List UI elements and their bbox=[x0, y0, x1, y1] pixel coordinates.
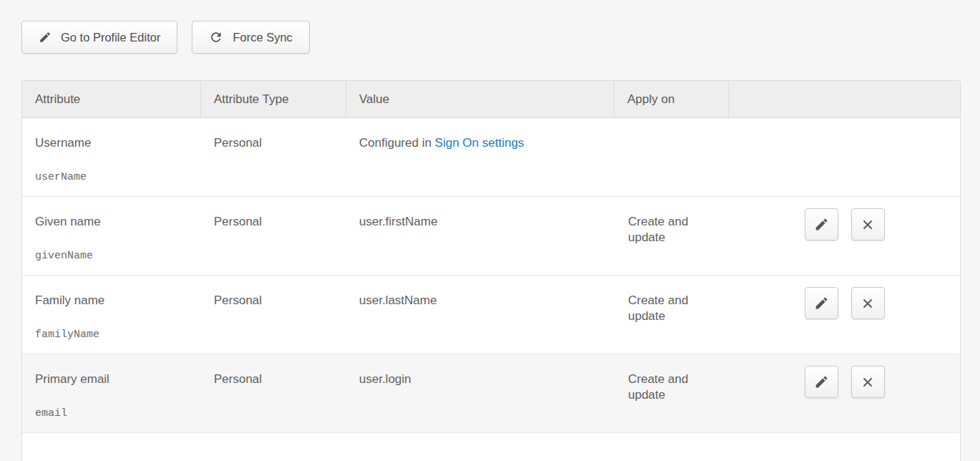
attribute-variable-name: email bbox=[35, 406, 194, 422]
remove-attribute-button[interactable] bbox=[851, 208, 885, 241]
page: Go to Profile Editor Force Sync Attribut… bbox=[0, 0, 980, 461]
edit-attribute-button[interactable] bbox=[805, 287, 838, 319]
attribute-label: Username bbox=[35, 135, 194, 151]
attribute-cell: Given name givenName bbox=[22, 197, 201, 275]
attribute-label: Primary email bbox=[35, 372, 194, 387]
apply-on-cell: Create and update bbox=[614, 197, 729, 275]
x-icon bbox=[861, 218, 875, 232]
value-cell: user.firstName bbox=[346, 197, 614, 275]
value-cell: Configured in Sign On settings bbox=[346, 118, 614, 196]
table-row: Primary email email Personal user.login … bbox=[22, 354, 960, 433]
table-row: Family name familyName Personal user.las… bbox=[22, 276, 960, 354]
attribute-mappings-table: Attribute Attribute Type Value Apply on … bbox=[21, 80, 961, 461]
attribute-variable-name: familyName bbox=[35, 327, 194, 343]
attribute-type-cell: Personal bbox=[201, 118, 346, 196]
attribute-variable-name: userName bbox=[35, 170, 194, 185]
column-header-attribute: Attribute bbox=[22, 81, 201, 117]
sign-on-settings-link[interactable]: Sign On settings bbox=[435, 136, 524, 150]
pencil-icon bbox=[39, 31, 52, 44]
attribute-cell: Username userName bbox=[22, 118, 201, 196]
x-icon bbox=[861, 296, 875, 311]
apply-on-cell: Create and update bbox=[614, 276, 729, 354]
attribute-type-cell: Personal bbox=[201, 276, 346, 354]
attribute-type-cell: Personal bbox=[201, 354, 346, 432]
row-actions bbox=[729, 354, 960, 432]
attribute-type-cell: Personal bbox=[201, 197, 346, 275]
attribute-cell: Primary email email bbox=[22, 354, 201, 432]
attribute-cell: Family name familyName bbox=[22, 276, 201, 354]
table-body: Username userName Personal Configured in… bbox=[22, 118, 960, 433]
column-header-actions bbox=[729, 81, 960, 117]
row-actions bbox=[729, 197, 960, 275]
pencil-icon bbox=[814, 374, 829, 389]
go-to-profile-editor-label: Go to Profile Editor bbox=[61, 31, 160, 44]
force-sync-button[interactable]: Force Sync bbox=[192, 21, 309, 54]
row-actions bbox=[729, 276, 960, 354]
pencil-icon bbox=[814, 296, 829, 311]
attribute-variable-name: givenName bbox=[35, 248, 194, 264]
go-to-profile-editor-button[interactable]: Go to Profile Editor bbox=[21, 21, 177, 54]
attribute-label: Family name bbox=[35, 293, 194, 309]
table-row: Given name givenName Personal user.first… bbox=[22, 197, 960, 276]
column-header-value: Value bbox=[346, 81, 614, 117]
column-header-apply-on: Apply on bbox=[614, 81, 729, 117]
value-cell: user.lastName bbox=[346, 276, 614, 354]
refresh-icon bbox=[209, 30, 223, 44]
force-sync-label: Force Sync bbox=[232, 31, 292, 44]
toolbar: Go to Profile Editor Force Sync bbox=[21, 21, 961, 54]
pencil-icon bbox=[814, 217, 829, 232]
apply-on-cell bbox=[614, 118, 729, 196]
apply-on-cell: Create and update bbox=[614, 354, 729, 432]
value-cell: user.login bbox=[346, 354, 614, 432]
table-row: Username userName Personal Configured in… bbox=[22, 118, 960, 197]
edit-attribute-button[interactable] bbox=[805, 208, 838, 241]
x-icon bbox=[861, 375, 875, 389]
attribute-label: Given name bbox=[35, 214, 194, 230]
remove-attribute-button[interactable] bbox=[851, 287, 885, 319]
column-header-attribute-type: Attribute Type bbox=[201, 81, 346, 117]
remove-attribute-button[interactable] bbox=[851, 366, 885, 398]
edit-attribute-button[interactable] bbox=[805, 366, 838, 398]
row-actions bbox=[729, 118, 960, 196]
table-header: Attribute Attribute Type Value Apply on bbox=[22, 81, 960, 118]
table-row-partial bbox=[22, 433, 960, 461]
